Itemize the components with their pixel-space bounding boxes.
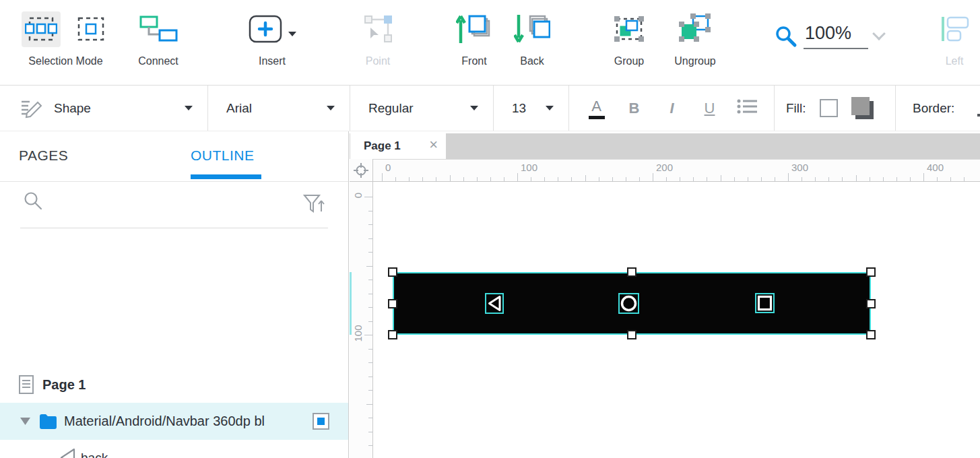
ruler-tick (707, 177, 707, 181)
shape-dropdown-caret (185, 106, 193, 110)
ruler-tick (612, 177, 613, 181)
ruler-origin-corner[interactable] (350, 159, 373, 182)
font-style-dropdown[interactable]: Regular (351, 86, 494, 131)
ruler-tick (368, 390, 372, 391)
selection-indicator-icon[interactable] (313, 413, 329, 430)
ruler-tick (802, 177, 802, 181)
back-shape[interactable] (485, 293, 504, 314)
ruler-tick (504, 177, 504, 181)
ruler-tick (409, 177, 410, 181)
active-tab-underline (191, 174, 261, 179)
ruler-tick (599, 177, 599, 181)
bold-button[interactable]: B (620, 100, 649, 117)
insert-tool[interactable]: Insert (242, 0, 302, 85)
group-tool[interactable]: Group (602, 0, 656, 85)
fill-label: Fill: (786, 101, 806, 116)
ruler-tick (748, 177, 748, 181)
horizontal-ruler: 0100200300400 (350, 159, 980, 182)
ruler-tick (815, 177, 816, 181)
insert-dropdown-caret[interactable] (288, 32, 296, 36)
ungroup-tool[interactable]: Ungroup (667, 0, 723, 85)
resize-handle-top-middle[interactable] (627, 267, 636, 277)
filter-icon[interactable] (303, 194, 326, 216)
connect-tool[interactable]: Connect (131, 0, 185, 85)
ruler-tick (693, 177, 694, 181)
ruler-tick (450, 175, 451, 181)
selected-navbar-group[interactable] (393, 272, 871, 335)
ruler-tick (463, 177, 464, 181)
back-tool[interactable]: Back (505, 0, 559, 85)
bullet-list-button[interactable] (733, 98, 762, 119)
ruler-tick (950, 177, 951, 181)
ruler-tick (923, 173, 924, 181)
page-tab[interactable]: Page 1 × (350, 133, 446, 159)
insert-label: Insert (242, 55, 302, 67)
ruler-tick (775, 177, 775, 181)
fill-swatch-white[interactable] (820, 99, 838, 117)
ruler-tick (368, 418, 372, 418)
recent-shape[interactable] (755, 293, 775, 313)
zoom-control[interactable]: 100% (775, 0, 896, 85)
search-input[interactable] (47, 187, 301, 220)
front-tool[interactable]: Front (447, 0, 501, 85)
border-label: Border: (913, 101, 954, 116)
zoom-dropdown-caret[interactable] (872, 27, 886, 40)
fill-swatch-gray[interactable] (851, 97, 874, 119)
resize-handle-bottom-right[interactable] (866, 330, 876, 339)
ruler-label: 200 (656, 162, 673, 173)
bullet-list-icon (737, 98, 758, 115)
ruler-tick (368, 224, 372, 225)
font-color-button[interactable]: A (582, 98, 612, 119)
resize-handle-top-right[interactable] (866, 267, 876, 277)
ruler-tick (910, 177, 911, 181)
tree-row-page[interactable]: Page 1 (0, 370, 348, 399)
ruler-tick (788, 173, 789, 181)
shape-style-dropdown[interactable]: Shape (0, 86, 208, 131)
border-swatch-clipped[interactable] (977, 114, 980, 117)
android-home-icon (620, 294, 638, 313)
resize-handle-middle-left[interactable] (388, 299, 397, 308)
close-tab-icon[interactable]: × (429, 136, 438, 154)
expander-caret-icon[interactable] (20, 418, 30, 426)
resize-handle-top-left[interactable] (388, 267, 397, 277)
single-selection-mode-button[interactable] (71, 11, 110, 47)
home-shape[interactable] (618, 293, 639, 314)
group-label: Group (602, 55, 656, 67)
ruler-label: 100 (521, 162, 537, 173)
border-group: Border: (896, 86, 980, 131)
resize-handle-bottom-left[interactable] (388, 330, 397, 339)
ruler-tick (368, 432, 372, 432)
resize-handle-middle-right[interactable] (866, 299, 876, 308)
tree-row-back[interactable]: back (0, 440, 348, 458)
tree-row-group-selected[interactable]: Material/Android/Navbar 360dp bl (0, 403, 348, 440)
ruler-tick (653, 173, 653, 181)
ruler-tick (368, 445, 372, 446)
shape-edit-icon (20, 98, 44, 119)
vertical-ruler: 0100 (350, 182, 373, 458)
resize-handle-bottom-middle[interactable] (627, 330, 636, 339)
italic-button[interactable]: I (657, 100, 687, 117)
point-label: Point (351, 55, 405, 67)
zoom-level-value[interactable]: 100% (804, 23, 868, 49)
font-family-dropdown[interactable]: Arial (209, 86, 350, 131)
underline-button[interactable]: U (695, 100, 725, 117)
ruler-tick (585, 175, 586, 181)
ruler-tick (368, 280, 372, 280)
multi-selection-mode-button[interactable] (22, 11, 61, 47)
ruler-tick (856, 175, 857, 181)
multi-selection-icon (25, 15, 57, 42)
page-tab-label: Page 1 (364, 139, 401, 153)
ruler-tick (368, 321, 372, 322)
ruler-tick (680, 177, 680, 181)
tab-outline[interactable]: OUTLINE (191, 148, 255, 164)
font-size-dropdown[interactable]: 13 (494, 86, 569, 131)
search-icon (24, 191, 42, 211)
font-family-caret (327, 106, 335, 110)
ungroup-label: Ungroup (667, 55, 723, 67)
zoom-magnifier-icon (775, 25, 797, 48)
ruler-tick (544, 177, 545, 181)
tab-pages[interactable]: PAGES (19, 148, 68, 164)
ruler-tick (364, 197, 372, 197)
selection-mode-tool[interactable]: Selection Mode (13, 0, 118, 85)
page-tab-strip: Page 1 × (350, 133, 980, 159)
